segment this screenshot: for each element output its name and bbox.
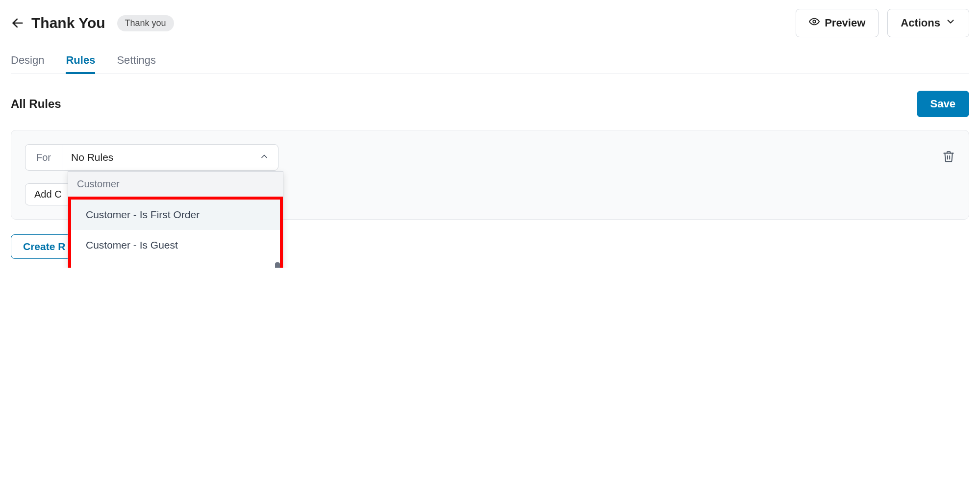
dropdown-item[interactable]: Customer - User Name [71,261,280,268]
header-left: Thank You Thank you [11,15,174,31]
eye-icon [809,16,820,30]
back-arrow-icon[interactable] [11,16,25,30]
header-right: Preview Actions [796,9,969,37]
chevron-down-icon [945,16,956,30]
rule-left: For No Rules Customer Customer - Is Firs… [25,144,278,171]
chevron-up-icon [259,151,269,164]
page-header: Thank You Thank you Preview Actions [11,9,969,37]
title-badge: Thank you [117,15,174,31]
preview-button[interactable]: Preview [796,9,879,37]
tabs: Design Rules Settings [11,54,969,74]
delete-rule-button[interactable] [942,150,955,165]
dropdown-scrollbar[interactable] [275,262,280,268]
actions-label: Actions [901,17,940,29]
dropdown-item[interactable]: Customer - Is Guest [71,230,280,260]
tab-design[interactable]: Design [11,54,44,74]
section-title: All Rules [11,97,61,111]
dropdown-item[interactable]: Customer - Is First Order [71,200,280,230]
add-condition-button[interactable]: Add C [25,183,71,205]
rule-select[interactable]: No Rules [62,145,278,170]
tab-rules[interactable]: Rules [66,54,95,74]
preview-label: Preview [825,17,865,29]
dropdown-group-label: Customer [68,172,283,197]
section-row: All Rules Save [11,91,969,117]
rule-dropdown: Customer Customer - Is First Order Custo… [68,171,283,268]
rule-select-value: No Rules [71,151,113,163]
dropdown-list-highlighted: Customer - Is First Order Customer - Is … [68,197,283,268]
rule-card: For No Rules Customer Customer - Is Firs… [11,130,969,220]
tab-settings[interactable]: Settings [117,54,156,74]
save-button[interactable]: Save [917,91,969,117]
page-title: Thank You [31,15,105,31]
trash-icon [942,156,955,165]
actions-button[interactable]: Actions [887,9,969,37]
rule-row: For No Rules Customer Customer - Is Firs… [25,144,955,171]
svg-point-1 [813,20,816,23]
rule-for-segment: For No Rules Customer Customer - Is Firs… [25,144,278,171]
for-label: For [25,145,62,170]
